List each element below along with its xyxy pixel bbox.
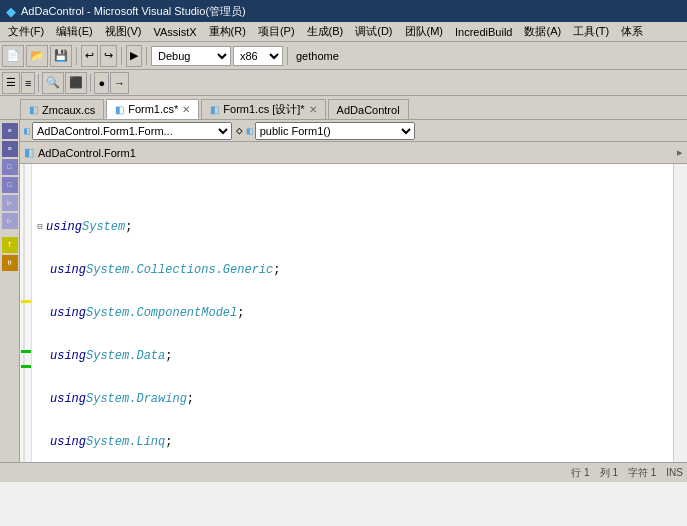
tab-icon-form1design: ◧ (210, 104, 219, 115)
nav-arrow: ◇ (236, 124, 243, 137)
editor-outer: ◧ AdDaControl.Form1.Form... ◇ ◧ public F… (20, 120, 687, 462)
menu-edit[interactable]: 编辑(E) (50, 22, 99, 41)
tab-strip: ◧ Zmcaux.cs ◧ Form1.cs* ✕ ◧ Form1.cs [设计… (0, 96, 687, 120)
nav-method-icon: ◧ (247, 125, 253, 137)
breadcrumb-bar: ◧ AdDaControl.Form1 ▸ (20, 142, 687, 164)
sidebar-icon-3[interactable]: □ (2, 159, 18, 175)
green-marker-1 (21, 350, 31, 353)
separator-4 (287, 47, 288, 65)
left-sidebar: ≡ ≡ □ □ ▷ ▷ T H (0, 120, 20, 462)
margin-strip (20, 164, 32, 462)
menu-view[interactable]: 视图(V) (99, 22, 148, 41)
sidebar-icon-8[interactable]: H (2, 255, 18, 271)
tab-label-addacontrol: AdDaControl (337, 104, 400, 116)
nav-class-icon: ◧ (24, 125, 30, 137)
tab-addacontrol[interactable]: AdDaControl (328, 99, 409, 119)
separator-2 (121, 47, 122, 65)
menu-project[interactable]: 项目(P) (252, 22, 301, 41)
sidebar-icon-4[interactable]: □ (2, 177, 18, 193)
sidebar-icon-6[interactable]: ▷ (2, 213, 18, 229)
sidebar-icon-2[interactable]: ≡ (2, 141, 18, 157)
code-line-3: using System.ComponentModel; (32, 306, 673, 321)
platform-select[interactable]: x86 x64 (233, 46, 283, 66)
search-button[interactable]: 🔍 (42, 72, 64, 94)
code-line-4: using System.Data; (32, 349, 673, 364)
bp-button[interactable]: ● (94, 72, 109, 94)
menu-incredibuild[interactable]: IncrediB​uild (449, 24, 518, 40)
tab-close-form1design[interactable]: ✕ (309, 104, 317, 115)
method-dropdown[interactable]: public Form1() (255, 122, 415, 140)
menu-refactor[interactable]: 重构(R) (203, 22, 252, 41)
status-bar: 行 1 列 1 字符 1 INS (0, 462, 687, 482)
redo-button[interactable]: ↪ (100, 45, 117, 67)
toolbar-secondary: ☰ ≡ 🔍 ⬛ ● → (0, 70, 687, 96)
new-button[interactable]: 📄 (2, 45, 24, 67)
format-button[interactable]: ≡ (21, 72, 35, 94)
breadcrumb-arrow: ▸ (677, 146, 683, 159)
fold-icon-1[interactable]: ⊟ (34, 220, 46, 235)
tab-label-zmcaux: Zmcaux.cs (42, 104, 95, 116)
menu-arch[interactable]: 体系 (615, 22, 649, 41)
fold-line (23, 164, 25, 462)
title-text: AdDaControl - Microsoft Visual Studio(管理… (21, 4, 246, 19)
sidebar-icon-5[interactable]: ▷ (2, 195, 18, 211)
right-scrollbar[interactable] (673, 164, 687, 462)
green-marker-2 (21, 365, 31, 368)
undo-button[interactable]: ↩ (81, 45, 98, 67)
yellow-marker (21, 300, 31, 303)
menu-bar: 文件(F) 编辑(E) 视图(V) VAssistX 重构(R) 项目(P) 生… (0, 22, 687, 42)
menu-data[interactable]: 数据(A) (518, 22, 567, 41)
step-button[interactable]: → (110, 72, 129, 94)
code-line-1: ⊟using System; (32, 220, 673, 235)
tab-label-form1design: Form1.cs [设计]* (223, 102, 304, 117)
code-editor-area[interactable]: ⊟using System; using System.Collections.… (20, 164, 687, 462)
indent-button[interactable]: ☰ (2, 72, 20, 94)
separator-1 (76, 47, 77, 65)
menu-build[interactable]: 生成(B) (301, 22, 350, 41)
tab-close-form1cs[interactable]: ✕ (182, 104, 190, 115)
menu-debug[interactable]: 调试(D) (349, 22, 398, 41)
separator-5 (38, 74, 39, 92)
separator-6 (90, 74, 91, 92)
find-button[interactable]: ⬛ (65, 72, 87, 94)
toolbar-primary: 📄 📂 💾 ↩ ↪ ▶ Debug Release x86 x64 gethom… (0, 42, 687, 70)
title-bar: ◆ AdDaControl - Microsoft Visual Studio(… (0, 0, 687, 22)
tab-icon-form1cs: ◧ (115, 104, 124, 115)
run-button[interactable]: ▶ (126, 45, 142, 67)
code-line-2: using System.Collections.Generic; (32, 263, 673, 278)
menu-vassistx[interactable]: VAssistX (147, 24, 202, 40)
menu-team[interactable]: 团队(M) (399, 22, 450, 41)
code-content[interactable]: ⊟using System; using System.Collections.… (32, 164, 673, 462)
tab-form1cs[interactable]: ◧ Form1.cs* ✕ (106, 99, 199, 119)
status-info: 行 1 列 1 字符 1 INS (571, 466, 683, 480)
profile-label: gethome (296, 50, 339, 62)
tab-zmcaux[interactable]: ◧ Zmcaux.cs (20, 99, 104, 119)
code-line-6: using System.Linq; (32, 435, 673, 450)
breadcrumb-text: AdDaControl.Form1 (38, 147, 136, 159)
code-line-5: using System.Drawing; (32, 392, 673, 407)
open-button[interactable]: 📂 (26, 45, 48, 67)
menu-file[interactable]: 文件(F) (2, 22, 50, 41)
nav-bar: ◧ AdDaControl.Form1.Form... ◇ ◧ public F… (20, 120, 687, 142)
class-dropdown[interactable]: AdDaControl.Form1.Form... (32, 122, 232, 140)
debug-config-select[interactable]: Debug Release (151, 46, 231, 66)
tab-form1design[interactable]: ◧ Form1.cs [设计]* ✕ (201, 99, 325, 119)
sidebar-icon-7[interactable]: T (2, 237, 18, 253)
sidebar-icon-1[interactable]: ≡ (2, 123, 18, 139)
tab-label-form1cs: Form1.cs* (128, 103, 178, 115)
tab-icon-zmcaux: ◧ (29, 104, 38, 115)
app-icon: ◆ (6, 4, 16, 19)
save-button[interactable]: 💾 (50, 45, 72, 67)
menu-tools[interactable]: 工具(T) (567, 22, 615, 41)
breadcrumb-icon: ◧ (24, 146, 34, 159)
separator-3 (146, 47, 147, 65)
